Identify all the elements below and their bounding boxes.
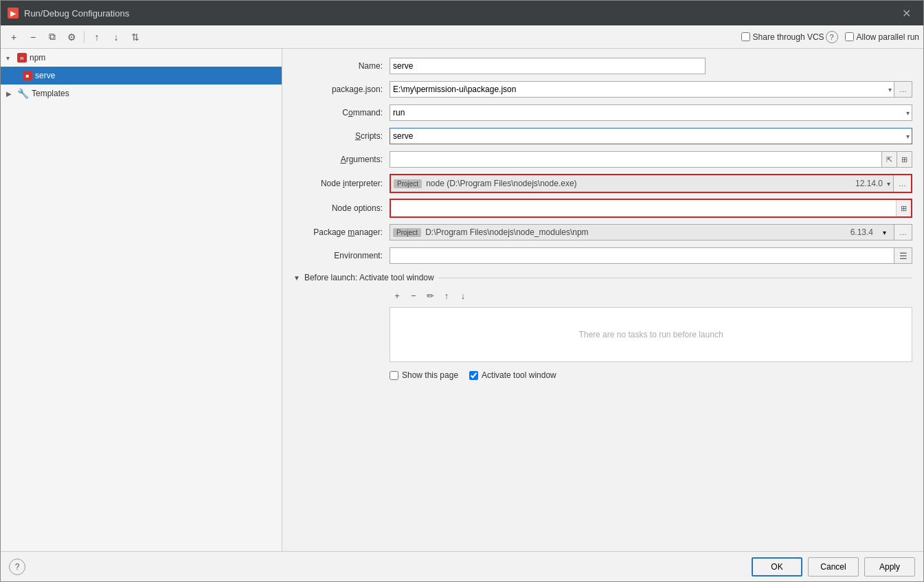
serve-icon: ■ [23,71,32,80]
package-manager-browse-button[interactable]: … [894,224,912,240]
environment-label-text: Environment: [334,251,383,260]
before-launch-title: Before launch: Activate tool window [304,273,434,282]
package-json-select[interactable]: E:\my\permission-ui\package.json [390,81,894,98]
bottom-right: OK Cancel Apply [752,557,915,577]
parallel-run-input[interactable] [845,32,854,41]
tree-item-npm[interactable]: ▾ n npm [1,49,282,67]
scripts-label-text: Scripts: [355,131,383,141]
node-interpreter-label: Node interpreter: [293,179,390,188]
serve-label: serve [35,71,55,80]
scripts-select-wrap: serve ▾ [390,128,912,144]
apply-button[interactable]: Apply [864,557,915,577]
app-icon: ▶ [8,8,19,19]
section-line [438,278,912,278]
package-manager-inner: Project D:\Program Files\nodejs\node_mod… [390,224,894,240]
node-options-input[interactable] [391,200,896,216]
package-json-label-text: package.json: [332,85,383,94]
node-options-expand-button[interactable]: ⊞ [896,200,911,216]
checkboxes-row: Show this page Activate tool window [390,370,912,380]
node-interpreter-label-text: Node interpreter: [321,179,383,188]
run-debug-dialog: ▶ Run/Debug Configurations ✕ + − ⧉ ⚙ ↑ ↓… [0,0,924,582]
activate-window-checkbox[interactable]: Activate tool window [469,370,556,380]
settings-button[interactable]: ⚙ [63,29,80,45]
no-tasks-label: There are no tasks to run before launch [578,330,723,339]
node-interpreter-badge: Project [394,179,422,188]
before-launch-collapse-button[interactable]: ▼ [293,274,300,282]
package-json-browse-button[interactable]: … [894,81,912,98]
title-bar: ▶ Run/Debug Configurations ✕ [1,1,923,25]
show-page-input[interactable] [390,371,398,380]
scripts-select[interactable]: serve [390,128,912,144]
templates-chevron: ▶ [6,90,14,98]
share-vcs-checkbox[interactable]: Share through VCS [741,32,824,42]
arguments-input-wrap: ⇱ ⊞ [390,151,912,168]
package-manager-badge: Project [393,228,421,237]
remove-config-button[interactable]: − [24,29,42,45]
activate-window-input[interactable] [469,371,478,380]
arguments-label: Arguments: [293,155,390,164]
sort-button[interactable]: ⇅ [126,29,144,45]
show-page-label: Show this page [402,370,458,380]
templates-label: Templates [32,89,69,98]
node-options-label: Node options: [293,203,390,213]
node-interpreter-browse-button[interactable]: … [893,175,911,192]
toolbar-separator [84,31,84,43]
environment-row: Environment: ☰ [293,247,912,265]
before-launch-add-button[interactable]: + [390,288,405,303]
parallel-run-checkbox[interactable]: Allow parallel run [845,32,919,42]
package-json-label: package.json: [293,85,390,94]
ok-button[interactable]: OK [752,557,802,577]
move-up-button[interactable]: ↑ [88,29,106,45]
package-manager-dropdown[interactable]: ▾ [877,229,891,236]
before-launch-down-button[interactable]: ↓ [455,288,471,303]
vcs-help-icon[interactable]: ? [826,31,838,43]
before-launch-remove-button[interactable]: − [406,288,421,303]
arguments-input[interactable] [390,151,882,168]
move-down-button[interactable]: ↓ [107,29,125,45]
node-options-wrap: ⊞ [390,199,912,218]
cancel-button[interactable]: Cancel [808,557,859,577]
before-launch-up-button[interactable]: ↑ [439,288,454,303]
node-interpreter-path: node (D:\Program Files\nodejs\node.exe) [426,179,851,188]
environment-wrap: ☰ [390,247,912,264]
scripts-row: Scripts: serve ▾ [293,127,912,145]
tree-item-serve[interactable]: ■ serve [1,67,282,85]
left-panel: ▾ n npm ■ serve ▶ 🔧 Templates [1,49,282,551]
command-select[interactable]: run [390,104,912,121]
before-launch-header: ▼ Before launch: Activate tool window [293,273,912,282]
right-panel: Name: package.json: E:\my\permission-ui\… [282,49,923,551]
environment-input[interactable] [390,247,894,264]
title-bar-left: ▶ Run/Debug Configurations [8,8,129,19]
node-interpreter-inner: Project node (D:\Program Files\nodejs\no… [391,175,893,192]
activate-window-label: Activate tool window [482,370,556,380]
environment-browse-button[interactable]: ☰ [894,247,912,264]
package-json-input-wrap: E:\my\permission-ui\package.json ▾ … [390,81,912,98]
tree-item-templates[interactable]: ▶ 🔧 Templates [1,85,282,102]
add-config-button[interactable]: + [5,29,23,45]
package-manager-version: 6.13.4 [850,227,873,237]
package-manager-path: D:\Program Files\nodejs\node_modules\npm [425,227,846,237]
arguments-row: Arguments: ⇱ ⊞ [293,150,912,168]
show-page-checkbox[interactable]: Show this page [390,370,458,380]
scripts-label: Scripts: [293,131,390,141]
package-json-row: package.json: E:\my\permission-ui\packag… [293,80,912,98]
node-interpreter-wrap: Project node (D:\Program Files\nodejs\no… [390,174,912,193]
node-interpreter-dropdown[interactable]: ▾ [887,180,890,188]
name-input[interactable] [390,58,706,74]
command-label-text: Command: [342,108,383,117]
before-launch-divider: ▼ Before launch: Activate tool window + … [293,273,912,362]
arguments-label-text: Arguments: [341,155,383,164]
command-label: Command: [293,108,390,117]
package-json-select-wrap: E:\my\permission-ui\package.json ▾ [390,81,894,98]
package-manager-row: Package manager: Project D:\Program File… [293,223,912,241]
bottom-bar: ? OK Cancel Apply [1,551,923,581]
help-button[interactable]: ? [9,559,25,575]
close-button[interactable]: ✕ [897,4,916,23]
share-vcs-input[interactable] [741,32,750,41]
npm-chevron: ▾ [6,54,14,62]
arguments-resize-button[interactable]: ⊞ [897,151,912,168]
copy-config-button[interactable]: ⧉ [43,29,61,45]
before-launch-edit-button[interactable]: ✏ [422,288,438,303]
name-row-right [390,58,912,74]
arguments-expand-button[interactable]: ⇱ [882,151,897,168]
